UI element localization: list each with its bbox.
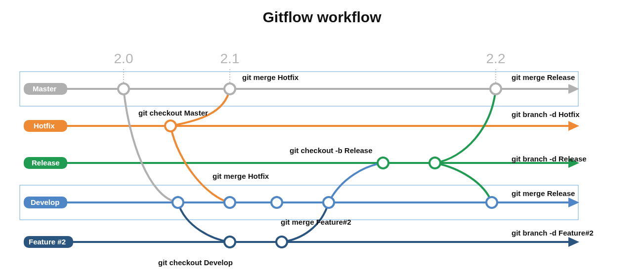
commit-feature-2 [276, 237, 287, 247]
versions: 2.0 2.1 2.2 [114, 51, 506, 84]
commit-master-2.0 [118, 83, 129, 94]
svg-marker-14 [568, 198, 579, 207]
svg-marker-17 [568, 237, 579, 247]
commit-develop-4 [323, 197, 334, 208]
commit-develop-5 [486, 197, 497, 208]
path-release-to-develop [435, 163, 492, 202]
commit-develop-3 [271, 197, 282, 208]
commit-hotfix [165, 120, 176, 131]
lane-label-develop: Develop [31, 198, 59, 206]
commit-master-2.2 [490, 83, 501, 94]
commit-develop-1 [172, 197, 183, 208]
cmd-checkout-develop: git checkout Develop [158, 258, 233, 267]
commit-release-2 [429, 158, 440, 168]
version-label-2.1: 2.1 [220, 51, 240, 66]
version-label-2.2: 2.2 [486, 51, 506, 66]
lane-label-hotfix: Hotfix [34, 121, 55, 130]
path-hotfix-to-master [171, 89, 230, 126]
cmd-branch-d-hotfix: git branch -d Hotfix [512, 110, 580, 119]
cmd-merge-hotfix-develop: git merge Hotfix [213, 172, 269, 180]
commit-feature-1 [224, 237, 235, 247]
lane-label-release: Release [32, 159, 60, 167]
lane-hotfix: Hotfix [24, 120, 579, 132]
commit-master-2.1 [224, 83, 235, 94]
lane-release: Release [24, 157, 579, 169]
cmd-merge-hotfix-master: git merge Hotfix [242, 73, 299, 81]
cmd-branch-d-feature2: git branch -d Feature#2 [512, 229, 594, 237]
path-develop-to-feature-start [178, 202, 230, 242]
version-label-2.0: 2.0 [114, 51, 133, 66]
cmd-merge-feature2: git merge Feature#2 [281, 218, 351, 226]
commit-release-1 [378, 158, 388, 168]
lane-feature2: Feature #2 [24, 236, 579, 248]
lane-label-feature2: Feature #2 [29, 238, 66, 246]
cmd-checkout-b-release: git checkout -b Release [290, 146, 373, 155]
cmd-checkout-master: git checkout Master [138, 109, 208, 117]
cmd-merge-release-develop: git merge Release [512, 189, 575, 198]
gitflow-diagram: 2.0 2.1 2.2 Master Hotfix Release Develo… [0, 0, 644, 279]
commit-develop-2 [224, 197, 235, 208]
svg-marker-8 [568, 121, 579, 131]
path-hotfix-to-develop [171, 126, 230, 202]
cmd-merge-release-master: git merge Release [512, 73, 575, 81]
svg-marker-5 [568, 84, 579, 94]
path-develop-to-release [329, 163, 383, 202]
cmd-branch-d-release: git branch -d Release [512, 155, 587, 163]
lane-label-master: Master [33, 84, 57, 93]
